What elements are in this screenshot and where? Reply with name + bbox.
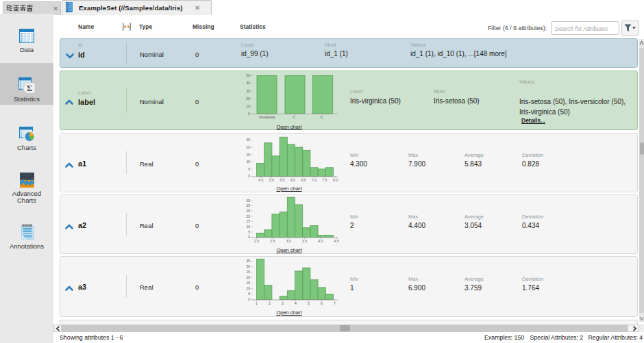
svg-text:50: 50 <box>246 73 250 77</box>
svg-text:5: 5 <box>248 167 250 171</box>
svg-text:1: 1 <box>256 301 258 305</box>
svg-text:20: 20 <box>246 97 250 101</box>
svg-text:Ir...: Ir... <box>321 115 325 119</box>
svg-text:0: 0 <box>248 235 250 239</box>
svg-text:0: 0 <box>248 297 250 301</box>
svg-text:5: 5 <box>308 301 310 305</box>
svg-text:0: 0 <box>248 174 250 178</box>
svg-text:6: 6 <box>321 301 323 305</box>
svg-text:5.5: 5.5 <box>280 178 284 182</box>
svg-text:7: 7 <box>334 301 336 305</box>
svg-text:3.0: 3.0 <box>286 239 291 243</box>
svg-text:30: 30 <box>246 264 250 268</box>
svg-text:30: 30 <box>246 89 250 93</box>
svg-text:2.0: 2.0 <box>254 239 259 243</box>
svg-text:7.0: 7.0 <box>312 178 317 182</box>
svg-text:5.0: 5.0 <box>269 178 274 182</box>
svg-text:10: 10 <box>246 104 250 108</box>
svg-text:5: 5 <box>248 292 250 296</box>
svg-text:20: 20 <box>246 145 250 149</box>
svg-text:7.5: 7.5 <box>323 178 327 182</box>
svg-text:15: 15 <box>246 153 250 157</box>
svg-text:2.5: 2.5 <box>270 239 275 243</box>
svg-text:6.0: 6.0 <box>290 178 295 182</box>
svg-text:25: 25 <box>246 138 250 142</box>
svg-text:4.0: 4.0 <box>318 239 323 243</box>
svg-text:35: 35 <box>246 259 250 263</box>
svg-text:0: 0 <box>248 112 250 116</box>
svg-text:15: 15 <box>246 281 250 285</box>
svg-text:4: 4 <box>295 301 297 305</box>
svg-text:25: 25 <box>246 209 250 213</box>
svg-text:10: 10 <box>246 225 250 229</box>
svg-text:Iris-setosa: Iris-setosa <box>259 115 275 119</box>
svg-text:3.5: 3.5 <box>302 239 307 243</box>
svg-text:30: 30 <box>246 203 250 207</box>
svg-text:15: 15 <box>246 219 250 223</box>
svg-text:5: 5 <box>248 230 250 234</box>
svg-text:40: 40 <box>246 81 250 85</box>
svg-text:4.5: 4.5 <box>258 178 263 182</box>
svg-text:6.5: 6.5 <box>301 178 306 182</box>
svg-text:2: 2 <box>269 301 271 305</box>
svg-text:Ir...: Ir... <box>293 115 297 119</box>
svg-text:10: 10 <box>246 286 250 290</box>
svg-text:Σ: Σ <box>27 83 33 93</box>
svg-text:10: 10 <box>246 160 250 164</box>
svg-text:35: 35 <box>246 199 250 203</box>
svg-text:3: 3 <box>282 301 284 305</box>
svg-text:4.5: 4.5 <box>334 239 339 243</box>
svg-text:25: 25 <box>246 270 250 274</box>
svg-text:20: 20 <box>246 275 250 279</box>
svg-text:20: 20 <box>246 214 250 218</box>
svg-text:8.0: 8.0 <box>333 178 338 182</box>
